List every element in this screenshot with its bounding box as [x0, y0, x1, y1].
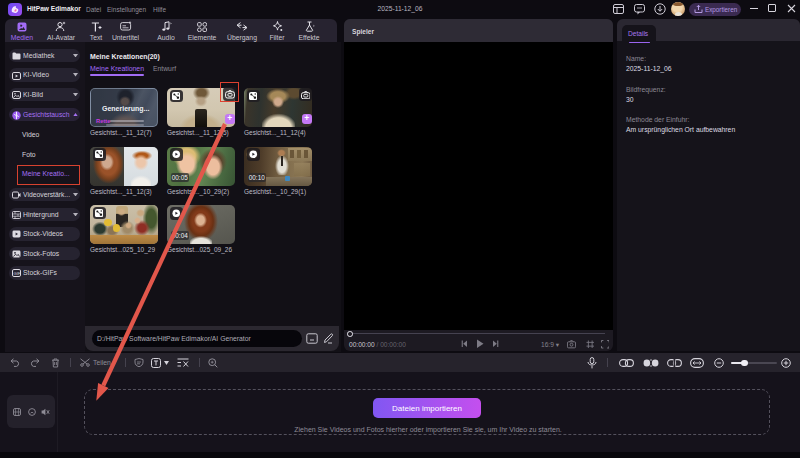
svg-text:GIF: GIF: [14, 271, 21, 276]
